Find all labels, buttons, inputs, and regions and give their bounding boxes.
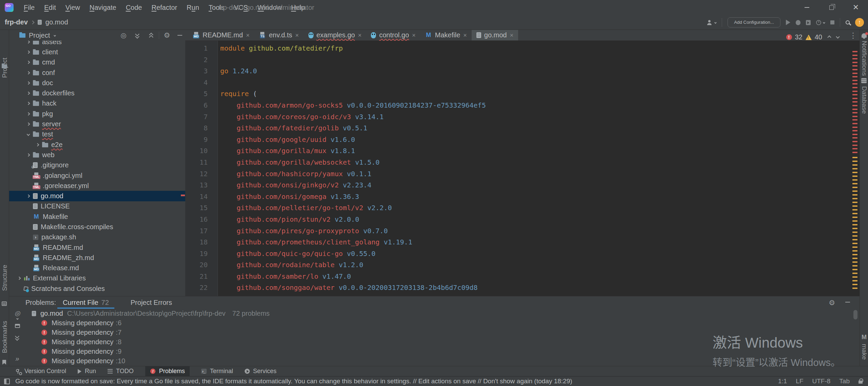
code-content[interactable]: 1module github.com/fatedier/frp23go 1.24… [185,43,860,294]
ide-update-icon[interactable]: ↑ [855,18,864,27]
tree-item-e2e[interactable]: e2e [9,140,185,150]
toolwindow-problems[interactable]: Problems [145,366,190,376]
toolwindow-terminal[interactable]: Terminal [201,366,233,376]
inspections-widget[interactable]: 32 40 [786,33,839,41]
tree-item--golangci-yml[interactable]: YML.golangci.yml [9,170,185,181]
code-line[interactable]: 15 github.com/pelletier/go-toml/v2 v2.2.… [185,202,860,214]
more-actions-icon[interactable] [15,353,19,364]
tool-window-switcher-icon[interactable] [4,379,10,384]
caret-position[interactable]: 1:1 [778,378,787,385]
tree-item--gitignore[interactable]: .gitignore [9,160,185,170]
project-view-title[interactable]: Project [29,32,50,39]
code-line[interactable]: 6 github.com/armon/go-socks5 v0.0.0-2016… [185,100,860,111]
editor-tab-makefile[interactable]: MMakefile [420,30,472,40]
tab-current-file[interactable]: Current File72 [56,296,116,309]
tree-item-server[interactable]: server [9,119,185,129]
toolwindow-version-control[interactable]: Version Control [16,366,66,376]
problem-row[interactable]: Missing dependency:6 [25,318,860,328]
menu-file[interactable]: File [19,0,39,15]
code-line[interactable]: 4 [185,77,860,89]
breadcrumb-file[interactable]: go.mod [45,18,68,26]
file-encoding[interactable]: UTF-8 [812,378,831,385]
code-line[interactable]: 17 github.com/pires/go-proxyproto v0.7.0 [185,225,860,237]
select-opened-file-icon[interactable] [119,30,128,41]
expand-arrow-icon[interactable] [15,277,24,279]
code-line[interactable]: 11 github.com/gorilla/websocket v1.5.0 [185,157,860,168]
problem-row[interactable]: Missing dependency:10 [25,356,860,366]
tab-close-icon[interactable] [358,32,362,38]
code-line[interactable]: 8 github.com/fatedier/golib v0.5.1 [185,123,860,134]
tree-item-cmd[interactable]: cmd [9,57,185,68]
problems-file-row[interactable]: go.mod C:\Users\Administrator\Desktop\go… [25,309,860,318]
code-line[interactable]: 14 github.com/onsi/gomega v1.36.3 [185,191,860,203]
problems-scrollbar[interactable] [853,310,857,319]
project-settings-gear-icon[interactable] [163,30,171,41]
editor-tab-examples-go[interactable]: examples.go [304,30,366,40]
project-stripe-icon[interactable] [2,65,7,68]
tab-close-icon[interactable] [246,32,250,38]
editor-tab-control-go[interactable]: control.go [366,30,420,40]
next-problem-icon[interactable] [836,35,839,38]
tree-item-conf[interactable]: conf [9,68,185,78]
tab-close-icon[interactable] [463,32,467,38]
tree-item-makefile[interactable]: MMakefile [9,212,185,222]
expand-arrow-icon[interactable] [24,92,33,94]
previous-problem-icon[interactable] [827,35,831,39]
code-line[interactable]: 3go 1.24.0 [185,66,860,77]
breadcrumb-project[interactable]: frp-dev [5,18,28,26]
toolwindow-run[interactable]: Run [78,366,96,376]
code-line[interactable]: 22 github.com/songgao/water v0.0.0-20200… [185,282,860,294]
menu-refactor[interactable]: Refactor [147,0,182,15]
readonly-lock-icon[interactable] [858,381,863,384]
expand-all-icon[interactable] [15,332,20,343]
make-tool-icon[interactable]: M [862,334,867,341]
problem-row[interactable]: Missing dependency:7 [25,328,860,337]
search-everywhere-icon[interactable] [846,20,850,24]
chevron-down-icon[interactable] [54,34,56,36]
menu-edit[interactable]: Edit [39,0,60,15]
hide-panel-icon[interactable] [175,30,184,41]
structure-stripe-icon[interactable] [2,301,7,306]
open-preview-icon[interactable] [15,320,20,332]
stripe-make-label[interactable]: make [861,344,868,360]
tree-item-release-md[interactable]: MDRelease.md [9,263,185,273]
add-configuration-button[interactable]: Add Configuration... [728,17,780,27]
profiler-button[interactable] [816,20,825,25]
maximize-button[interactable] [819,0,844,15]
tree-item--goreleaser-yml[interactable]: YML.goreleaser.yml [9,181,185,191]
tab-options-icon[interactable] [849,30,857,41]
code-line[interactable]: 2 [185,54,860,66]
run-with-coverage-icon[interactable] [806,20,811,25]
code-line[interactable]: 9 github.com/google/uuid v1.6.0 [185,134,860,146]
tree-item-license[interactable]: LICENSE [9,201,185,212]
tree-item-pkg[interactable]: pkg [9,109,185,119]
user-menu-button[interactable] [706,20,716,25]
line-separator[interactable]: LF [796,378,803,385]
problem-row[interactable]: Missing dependency:9 [25,347,860,356]
code-line[interactable]: 20 github.com/rodaine/table v1.2.0 [185,259,860,271]
expand-arrow-icon[interactable] [24,195,33,197]
bookmark-icon[interactable] [2,360,6,365]
tree-item-readme-md[interactable]: MDREADME.md [9,242,185,253]
tree-item-client[interactable]: client [9,47,185,57]
code-line[interactable]: 1module github.com/fatedier/frp [185,43,860,54]
expand-arrow-icon[interactable] [24,113,33,115]
problem-row[interactable]: Missing dependency:8 [25,337,860,347]
expand-arrow-icon[interactable] [24,123,33,125]
code-line[interactable]: 21 github.com/samber/lo v1.47.0 [185,271,860,282]
menu-navigate[interactable]: Navigate [85,0,121,15]
menu-run[interactable]: Run [182,0,204,15]
debug-icon[interactable] [796,20,800,25]
autoscroll-to-source-icon[interactable] [15,309,20,320]
problems-settings-gear-icon[interactable] [829,299,835,307]
tree-item-package-sh[interactable]: package.sh [9,232,185,242]
toolwindow-services[interactable]: Services [245,366,277,376]
editor-body[interactable]: 1module github.com/fatedier/frp23go 1.24… [185,41,860,296]
tree-item-test[interactable]: test [9,129,185,140]
expand-arrow-icon[interactable] [24,154,33,156]
tab-close-icon[interactable] [295,32,299,38]
tab-close-icon[interactable] [412,32,416,38]
toolwindow-todo[interactable]: TODO [108,366,134,376]
indent-style[interactable]: Tab [839,378,850,385]
expand-arrow-icon[interactable] [33,144,42,146]
